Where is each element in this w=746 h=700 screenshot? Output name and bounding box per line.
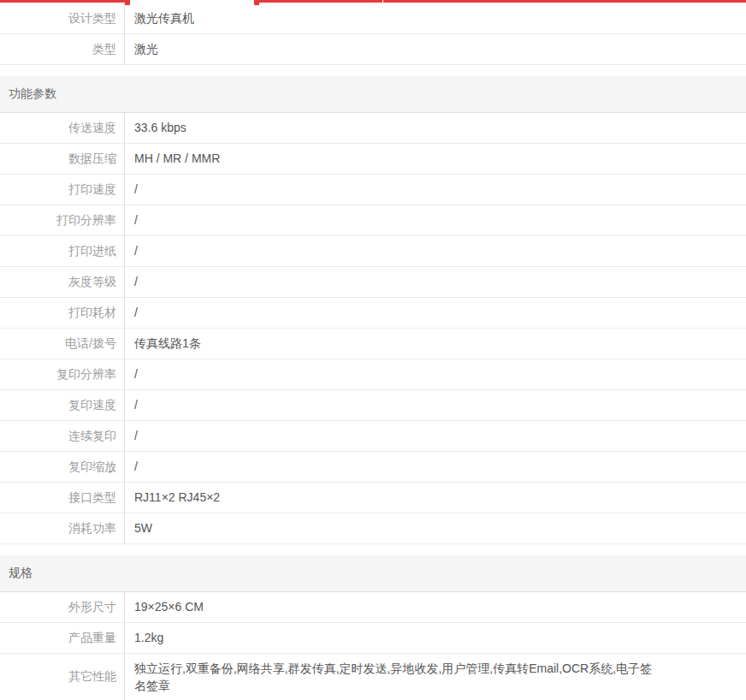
spec-value: 33.6 kbps [124,113,746,143]
table-row: 消耗功率5W [0,513,746,544]
table-row: 复印速度/ [0,390,746,421]
spec-value: 激光传真机 [124,3,746,33]
spec-value: RJ11×2 RJ45×2 [124,483,746,513]
spec-value: / [124,267,746,297]
spec-value: 5W [124,513,746,543]
spec-value-text: / [134,458,138,475]
spec-label: 打印分辨率 [0,205,124,235]
table-row: 打印速度/ [0,175,746,205]
spec-label: 数据压缩 [0,144,124,174]
spec-value-text: RJ11×2 RJ45×2 [134,489,220,506]
spec-value-text: / [134,242,138,259]
spec-value: / [124,175,746,205]
spec-value-text: 激光传真机 [134,9,194,27]
spec-label: 产品重量 [0,623,124,653]
table-row: 复印缩放/ [0,452,746,483]
spec-value-text: 33.6 kbps [134,119,186,136]
table-row: 传送速度33.6 kbps [0,113,746,144]
spec-value-text: / [134,304,138,321]
spec-value: 1.2kg [124,623,746,653]
tab-border-segment-mid [259,0,382,3]
tab-border-segment-right [383,0,746,3]
spec-label: 复印缩放 [0,452,124,482]
table-row: 类型激光 [0,34,746,65]
spec-value: / [124,298,746,328]
table-row: 打印进纸/ [0,236,746,267]
spec-value: / [124,205,746,235]
spec-value-text: / [134,365,138,383]
spec-label: 设计类型 [0,3,124,33]
spec-label: 消耗功率 [0,513,124,543]
table-row: 复印分辨率/ [0,359,746,390]
spec-value-text: 激光 [134,40,158,57]
spec-value: / [124,390,746,420]
table-row: 其它性能独立运行,双重备份,网络共享,群发传真,定时发送,异地收发,用户管理,传… [0,654,746,700]
tab-bar-bottom-edge[interactable] [0,0,746,3]
spec-value: 独立运行,双重备份,网络共享,群发传真,定时发送,异地收发,用户管理,传真转Em… [124,654,746,700]
spec-value: 19×25×6 CM [124,592,746,622]
spec-table: 设计类型激光传真机类型激光功能参数传送速度33.6 kbps数据压缩MH / M… [0,3,746,700]
spec-label: 复印分辨率 [0,359,124,389]
spec-label: 打印耗材 [0,298,124,328]
spec-value: / [124,236,746,266]
spec-label: 连续复印 [0,421,124,451]
spec-value-text: 19×25×6 CM [134,598,204,615]
spec-value-text: MH / MR / MMR [134,150,220,167]
table-row: 打印分辨率/ [0,205,746,236]
spec-value-text: 独立运行,双重备份,网络共享,群发传真,定时发送,异地收发,用户管理,传真转Em… [134,660,656,695]
spec-value-text: 传真线路1条 [134,335,201,352]
spec-label: 电话/拨号 [0,329,124,359]
table-row: 设计类型激光传真机 [0,3,746,34]
spec-value: / [124,359,746,389]
active-tab-left-edge [125,0,130,5]
spec-label: 接口类型 [0,483,124,513]
table-row: 产品重量1.2kg [0,623,746,654]
table-row: 外形尺寸19×25×6 CM [0,592,746,623]
spec-value: / [124,421,746,451]
spec-value-text: 5W [134,519,152,537]
spec-value-text: / [134,427,138,444]
spec-value-text: / [134,211,138,228]
spec-label: 打印速度 [0,175,124,205]
spec-label: 打印进纸 [0,236,124,266]
table-row: 接口类型RJ11×2 RJ45×2 [0,483,746,513]
spec-value-text: / [134,273,138,290]
spec-value: / [124,452,746,482]
section-header: 功能参数 [0,76,746,113]
spec-label: 类型 [0,34,124,64]
spec-label: 外形尺寸 [0,592,124,622]
tab-border-segment-left [0,0,125,3]
table-row: 电话/拨号传真线路1条 [0,329,746,359]
spec-label: 传送速度 [0,113,124,143]
spec-label: 复印速度 [0,390,124,420]
spec-label: 灰度等级 [0,267,124,297]
product-spec-page: 设计类型激光传真机类型激光功能参数传送速度33.6 kbps数据压缩MH / M… [0,0,746,700]
table-row: 连续复印/ [0,421,746,452]
spec-value-text: / [134,396,138,413]
table-row: 打印耗材/ [0,298,746,329]
spec-value-text: 1.2kg [134,629,163,646]
spec-value-text: / [134,181,138,198]
table-row: 灰度等级/ [0,267,746,298]
section-header: 规格 [0,555,746,592]
spec-value: MH / MR / MMR [124,144,746,174]
spec-value: 激光 [124,34,746,64]
table-row: 数据压缩MH / MR / MMR [0,144,746,175]
spec-value: 传真线路1条 [124,329,746,359]
spec-label: 其它性能 [0,654,124,700]
